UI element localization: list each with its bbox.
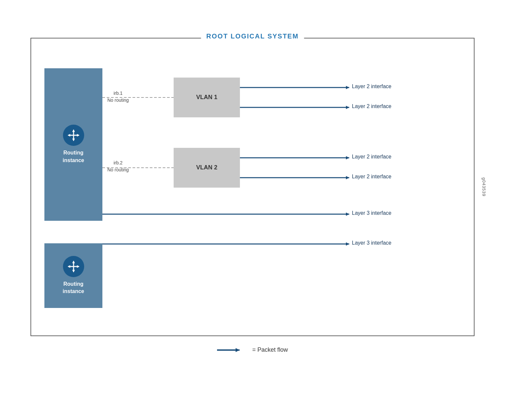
- svg-marker-15: [346, 86, 349, 89]
- vlan1-label: VLAN 1: [196, 94, 217, 101]
- svg-marker-25: [346, 242, 349, 246]
- svg-marker-2: [72, 129, 75, 132]
- svg-marker-4: [68, 134, 70, 137]
- svg-marker-19: [346, 156, 349, 159]
- svg-marker-27: [236, 348, 240, 352]
- svg-marker-10: [68, 265, 70, 268]
- svg-marker-11: [77, 265, 80, 268]
- svg-marker-3: [72, 139, 75, 141]
- diagram-box: ROOT LOGICAL SYSTEM Routinginstance: [30, 38, 475, 336]
- layer2-interface-label-2: Layer 2 interface: [352, 103, 391, 109]
- routing-instance-label-top: Routinginstance: [63, 149, 84, 164]
- packet-flow-label: = Packet flow: [252, 346, 288, 353]
- svg-marker-9: [72, 270, 75, 272]
- main-container: ROOT LOGICAL SYSTEM Routinginstance: [24, 31, 481, 389]
- vlan2-label: VLAN 2: [196, 164, 217, 171]
- side-label: g043539: [482, 177, 487, 197]
- layer2-interface-label-3: Layer 2 interface: [352, 154, 391, 160]
- svg-marker-17: [346, 106, 349, 109]
- diagram-title: ROOT LOGICAL SYSTEM: [201, 32, 304, 40]
- vlan2-box: VLAN 2: [174, 148, 240, 188]
- layer2-interface-label-1: Layer 2 interface: [352, 84, 391, 90]
- svg-marker-5: [77, 134, 80, 137]
- routing-box-bottom: Routinginstance: [44, 243, 102, 308]
- legend: = Packet flow: [217, 346, 288, 354]
- layer3-interface-label-2: Layer 3 interface: [352, 240, 391, 246]
- irb1-label: irb.1 No routing: [107, 90, 129, 104]
- routing-box-top: Routinginstance: [44, 68, 102, 221]
- layer3-interface-label-1: Layer 3 interface: [352, 210, 391, 216]
- layer2-interface-label-4: Layer 2 interface: [352, 174, 391, 180]
- svg-marker-21: [346, 176, 349, 179]
- vlan1-box: VLAN 1: [174, 78, 240, 117]
- router-icon-bottom: [63, 256, 84, 277]
- router-icon-top: [63, 125, 84, 146]
- irb2-label: irb.2 No routing: [107, 159, 129, 173]
- packet-flow-icon: [217, 346, 244, 354]
- routing-instance-label-bottom: Routinginstance: [63, 280, 84, 295]
- svg-marker-8: [72, 261, 75, 263]
- svg-marker-23: [346, 212, 349, 216]
